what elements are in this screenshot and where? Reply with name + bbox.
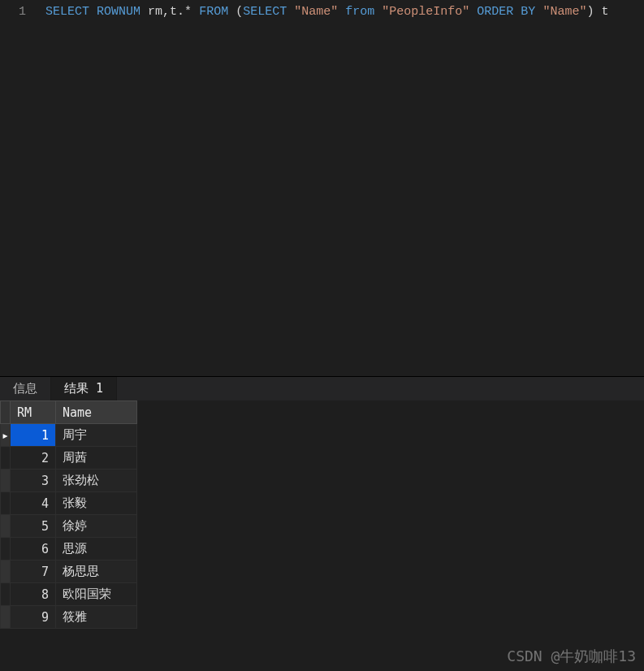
cell-rm[interactable]: 7 bbox=[11, 561, 56, 583]
cell-rm[interactable]: 6 bbox=[11, 538, 56, 561]
line-gutter: 1 bbox=[0, 0, 36, 376]
table-row[interactable]: 9筱雅 bbox=[1, 606, 137, 629]
tab-info[interactable]: 信息 bbox=[0, 377, 51, 400]
lparen: ( bbox=[236, 5, 243, 19]
results-grid[interactable]: RM Name ▸1周宇2周茜3张劲松4张毅5徐婷6思源7杨思思8欧阳国荣9筱雅 bbox=[0, 400, 137, 629]
results-tabbar: 信息 结果 1 bbox=[0, 376, 644, 400]
table-row[interactable]: 4张毅 bbox=[1, 492, 137, 515]
table-name: "PeopleInfo" bbox=[382, 5, 469, 19]
col-header-rm[interactable]: RM bbox=[11, 401, 56, 424]
kw-from: FROM bbox=[199, 5, 228, 19]
cell-name[interactable]: 筱雅 bbox=[56, 606, 137, 629]
cell-rm[interactable]: 5 bbox=[11, 515, 56, 538]
row-marker bbox=[1, 561, 11, 583]
cell-name[interactable]: 思源 bbox=[56, 538, 137, 561]
cell-rm[interactable]: 4 bbox=[11, 492, 56, 515]
cell-rm[interactable]: 8 bbox=[11, 583, 56, 606]
col-header-name[interactable]: Name bbox=[56, 401, 137, 424]
kw-select: SELECT bbox=[45, 5, 89, 19]
kw-by: BY bbox=[521, 5, 535, 19]
cell-rm[interactable]: 9 bbox=[11, 606, 56, 629]
col-name-2: "Name" bbox=[542, 5, 586, 19]
row-marker bbox=[1, 470, 11, 492]
table-row[interactable]: ▸1周宇 bbox=[1, 424, 137, 447]
row-marker bbox=[1, 606, 11, 629]
row-marker bbox=[1, 515, 11, 538]
kw-select-2: SELECT bbox=[243, 5, 287, 19]
cell-name[interactable]: 张劲松 bbox=[56, 470, 137, 492]
line-number: 1 bbox=[0, 3, 26, 21]
table-row[interactable]: 7杨思思 bbox=[1, 561, 137, 583]
watermark: CSDN @牛奶咖啡13 bbox=[507, 647, 636, 666]
cell-name[interactable]: 欧阳国荣 bbox=[56, 583, 137, 606]
row-marker bbox=[1, 447, 11, 470]
row-header-blank bbox=[1, 401, 11, 424]
row-marker bbox=[1, 538, 11, 561]
t-star: t.* bbox=[170, 5, 192, 19]
comma: , bbox=[162, 5, 170, 19]
table-row[interactable]: 5徐婷 bbox=[1, 515, 137, 538]
sql-editor[interactable]: 1 SELECT ROWNUM rm,t.* FROM (SELECT "Nam… bbox=[0, 0, 644, 376]
cell-rm[interactable]: 3 bbox=[11, 470, 56, 492]
row-marker bbox=[1, 583, 11, 606]
cell-name[interactable]: 徐婷 bbox=[56, 515, 137, 538]
rparen: ) bbox=[586, 5, 594, 19]
table-row[interactable]: 6思源 bbox=[1, 538, 137, 561]
row-marker: ▸ bbox=[1, 424, 11, 447]
results-pane: RM Name ▸1周宇2周茜3张劲松4张毅5徐婷6思源7杨思思8欧阳国荣9筱雅 bbox=[0, 400, 644, 629]
col-name: "Name" bbox=[294, 5, 338, 19]
kw-order: ORDER bbox=[477, 5, 513, 19]
row-marker bbox=[1, 492, 11, 515]
alias-t: t bbox=[601, 5, 608, 19]
cell-rm[interactable]: 1 bbox=[11, 424, 56, 447]
tab-result-1[interactable]: 结果 1 bbox=[51, 377, 117, 400]
cell-rm[interactable]: 2 bbox=[11, 447, 56, 470]
table-row[interactable]: 8欧阳国荣 bbox=[1, 583, 137, 606]
fn-rownum: ROWNUM bbox=[97, 5, 140, 19]
cell-name[interactable]: 周茜 bbox=[56, 447, 137, 470]
code-line[interactable]: SELECT ROWNUM rm,t.* FROM (SELECT "Name"… bbox=[36, 0, 608, 376]
cell-name[interactable]: 张毅 bbox=[56, 492, 137, 515]
alias-rm: rm bbox=[148, 5, 162, 19]
cell-name[interactable]: 杨思思 bbox=[56, 561, 137, 583]
table-row[interactable]: 3张劲松 bbox=[1, 470, 137, 492]
table-row[interactable]: 2周茜 bbox=[1, 447, 137, 470]
kw-from-2: from bbox=[345, 5, 374, 19]
cell-name[interactable]: 周宇 bbox=[56, 424, 137, 447]
